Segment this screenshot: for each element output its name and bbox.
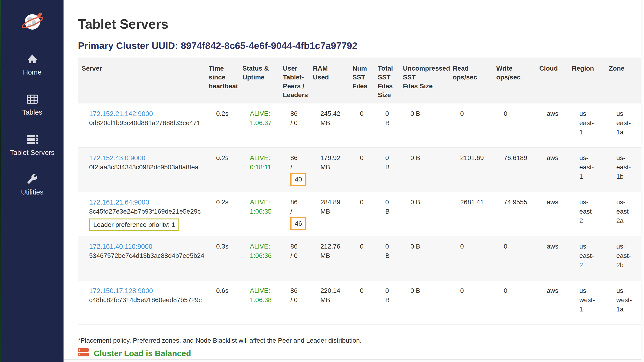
write-ops-cell: 0 xyxy=(492,103,536,148)
cloud-cell: aws xyxy=(536,236,568,280)
status-uptime-cell: ALIVE: 1:06:35 xyxy=(239,192,279,236)
tablet-peers-value: 86 / xyxy=(290,154,298,171)
heartbeat-cell: 0.3s xyxy=(205,236,239,280)
num-sst-files-cell: 0 xyxy=(349,148,374,192)
leaders-count-badge: 46 xyxy=(290,217,306,230)
cluster-load-status-text: Cluster Load is Balanced xyxy=(94,349,191,358)
bottom-scrollbar-track[interactable] xyxy=(64,359,644,362)
total-sst-size-cell: 0 B xyxy=(374,192,399,236)
tablet-peers-value: 86 / xyxy=(290,199,298,215)
table-row: 172.161.21.64:90008c45fd27e3e24b7b93f169… xyxy=(78,192,641,236)
heartbeat-cell: 0.2s xyxy=(205,103,239,148)
column-header: Uncompressed SST Files Size xyxy=(399,58,449,103)
sidebar-item-tables[interactable]: Tables xyxy=(1,94,64,116)
server-link[interactable]: 172.161.21.64:9000 xyxy=(89,198,201,207)
ram-used-cell: 220.14 MB xyxy=(309,280,349,325)
write-ops-cell: 0 xyxy=(492,280,536,325)
region-cell: us- east- 2 xyxy=(568,192,605,236)
server-cell: 172.161.21.64:90008c45fd27e3e24b7b93f169… xyxy=(78,192,205,236)
tablet-peers-value: 86 / 0 xyxy=(290,110,298,126)
num-sst-files-cell: 0 xyxy=(349,192,374,236)
tablet-peers-cell: 86 / 0 xyxy=(279,236,309,280)
server-uuid: 8c45fd27e3e24b7b93f169de21e5e29c xyxy=(89,207,201,216)
server-cell: 172.161.40.110:900053467572be7c4d13b3ac8… xyxy=(78,236,205,280)
heartbeat-cell: 0.2s xyxy=(205,148,239,192)
server-rack-icon xyxy=(78,348,89,359)
uncompressed-sst-size-cell: 0 B xyxy=(399,103,449,148)
uncompressed-sst-size-cell: 0 B xyxy=(399,148,449,192)
read-ops-cell: 2681.41 xyxy=(449,192,492,236)
sidebar-item-home[interactable]: Home xyxy=(1,54,64,76)
server-link[interactable]: 172.161.40.110:9000 xyxy=(89,242,201,251)
server-cell: 172.152.43.0:90000f2faa3c834343c0982dc95… xyxy=(78,148,205,192)
column-header: Total SST Files Size xyxy=(374,58,399,103)
uncompressed-sst-size-cell: 0 B xyxy=(399,280,449,325)
table-row: 172.152.21.142:90000d820cf1b93c40d881a27… xyxy=(78,103,641,148)
server-link[interactable]: 172.152.43.0:9000 xyxy=(89,153,201,162)
num-sst-files-cell: 0 xyxy=(349,236,374,280)
sidebar-item-tablet-servers[interactable]: Tablet Servers xyxy=(1,134,64,156)
sidebar-item-utilities[interactable]: Utilities xyxy=(1,173,64,196)
num-sst-files-cell: 0 xyxy=(349,103,374,148)
column-header: Server xyxy=(78,58,205,103)
vertical-scrollbar-track[interactable] xyxy=(641,0,644,362)
uncompressed-sst-size-cell: 0 B xyxy=(399,236,449,280)
column-header: RAM Used xyxy=(309,58,349,103)
server-uuid: 0f2faa3c834343c0982dc9503a8a8fea xyxy=(89,162,201,172)
uncompressed-sst-size-cell: 0 B xyxy=(399,192,449,236)
sidebar-item-label: Utilities xyxy=(21,188,44,196)
zone-cell: us- west- 1a xyxy=(605,280,641,325)
total-sst-size-cell: 0 B xyxy=(374,236,399,280)
read-ops-cell: 0 xyxy=(449,280,492,325)
server-uuid: 0d820cf1b93c40d881a27888f33ce471 xyxy=(89,118,201,128)
sidebar: Home Tables Tablet Servers xyxy=(1,0,64,362)
region-cell: us- east- 1 xyxy=(568,103,605,148)
server-link[interactable]: 172.152.21.142:9000 xyxy=(89,109,201,118)
yugabyte-logo-icon[interactable] xyxy=(1,10,64,35)
server-cell: 172.150.17.128:9000c48bc82fc7314d5e91860… xyxy=(78,280,205,325)
zone-cell: us- east- 1b xyxy=(605,148,641,192)
cloud-cell: aws xyxy=(536,192,568,236)
total-sst-size-cell: 0 B xyxy=(374,280,399,325)
column-header: Cloud xyxy=(536,58,568,103)
ram-used-cell: 245.42 MB xyxy=(309,103,349,148)
sidebar-item-label: Home xyxy=(23,68,42,76)
sidebar-item-label: Tables xyxy=(22,108,42,116)
zone-cell: us- east- 1a xyxy=(605,103,641,148)
tablet-servers-table: ServerTime since heartbeatStatus & Uptim… xyxy=(78,58,641,325)
read-ops-cell: 0 xyxy=(449,236,492,280)
ram-used-cell: 284.89 MB xyxy=(309,192,349,236)
cloud-cell: aws xyxy=(536,148,568,192)
leaders-count-badge: 40 xyxy=(290,173,306,186)
cloud-cell: aws xyxy=(536,103,568,148)
zone-cell: us- east- 2b xyxy=(605,236,641,280)
table-row: 172.152.43.0:90000f2faa3c834343c0982dc95… xyxy=(78,148,641,192)
status-uptime-cell: ALIVE: 1:06:38 xyxy=(239,280,279,325)
column-header: User Tablet- Peers / Leaders xyxy=(279,58,309,103)
server-cell: 172.152.21.142:90000d820cf1b93c40d881a27… xyxy=(78,103,205,148)
tablet-peers-cell: 86 / 0 xyxy=(279,280,309,325)
table-row: 172.161.40.110:900053467572be7c4d13b3ac8… xyxy=(78,236,641,280)
sidebar-item-label: Tablet Servers xyxy=(10,149,55,156)
region-cell: us- east- 1 xyxy=(568,148,605,192)
column-header: Read ops/sec xyxy=(449,58,492,103)
server-link[interactable]: 172.150.17.128:9000 xyxy=(89,286,201,295)
heartbeat-cell: 0.2s xyxy=(205,192,239,236)
table-header-row: ServerTime since heartbeatStatus & Uptim… xyxy=(78,58,641,103)
tablet-peers-cell: 86 / 40 xyxy=(279,148,309,192)
table-row: 172.150.17.128:9000c48bc82fc7314d5e91860… xyxy=(78,280,641,325)
region-cell: us- east- 2 xyxy=(568,236,605,280)
num-sst-files-cell: 0 xyxy=(349,280,374,325)
screen-edge xyxy=(0,0,1,362)
status-uptime-cell: ALIVE: 1:06:36 xyxy=(239,236,279,280)
region-cell: us- west- 1 xyxy=(568,280,605,325)
column-header: Write ops/sec xyxy=(492,58,536,103)
ram-used-cell: 179.92 MB xyxy=(309,148,349,192)
ram-used-cell: 212.76 MB xyxy=(309,236,349,280)
tablet-peers-cell: 86 / 46 xyxy=(279,192,309,236)
cluster-load-status-link[interactable]: Cluster Load is Balanced xyxy=(78,348,641,359)
column-header: Num SST Files xyxy=(349,58,374,103)
placement-policy-note: *Placement policy, Preferred zones, and … xyxy=(78,337,641,344)
read-ops-cell: 2101.69 xyxy=(449,148,492,192)
tablet-peers-cell: 86 / 0 xyxy=(279,103,309,148)
